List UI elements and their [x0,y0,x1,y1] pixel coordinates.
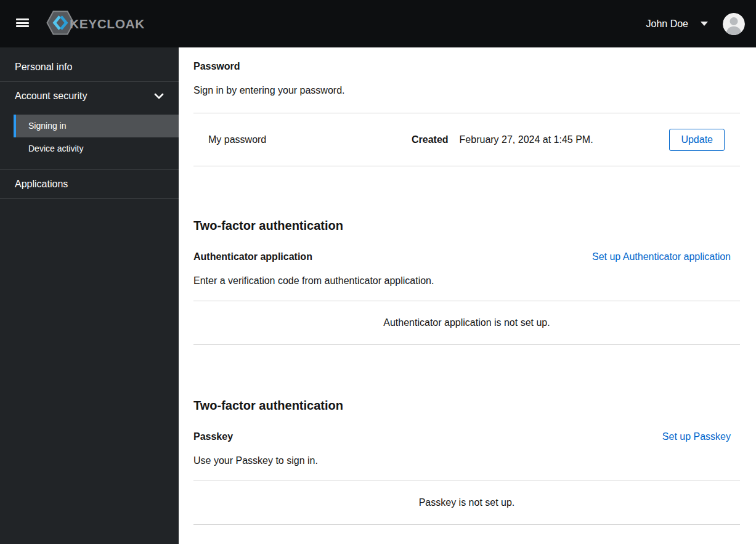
update-button[interactable]: Update [669,129,725,151]
sidebar-subitem-label: Device activity [28,144,83,153]
chevron-down-icon [154,91,164,102]
sidebar-nav-list: Personal info Account security Signing i… [0,53,179,199]
password-row-name: My password [208,134,412,145]
hamburger-icon [16,18,29,27]
main-content: Password Sign in by entering your passwo… [179,47,756,544]
page-body: Personal info Account security Signing i… [0,47,756,544]
sidebar-subitem-label: Signing in [28,121,67,131]
sidebar-subnav: Signing in Device activity [0,110,179,170]
sidebar: Personal info Account security Signing i… [0,47,179,544]
avatar[interactable] [723,13,745,35]
sidebar-item-signing-in[interactable]: Signing in [14,115,179,137]
two-factor-title: Two-factor authentication [193,218,740,233]
password-section: Password Sign in by entering your passwo… [193,60,740,166]
authenticator-empty-state: Authenticator application is not set up. [193,301,740,345]
sidebar-item-applications[interactable]: Applications [0,170,179,199]
authenticator-subhead-row: Authenticator application Set up Authent… [193,250,740,263]
password-row: My password Created February 27, 2024 at… [193,113,740,166]
authenticator-empty-state-text: Authenticator application is not set up. [383,317,550,328]
brand-text: KEYCLOAK [70,17,145,31]
passkey-subhead-row: Passkey Set up Passkey [193,430,740,443]
passkey-subtitle: Passkey [193,430,233,443]
header: KEYCLOAK John Doe [0,0,756,47]
sidebar-item-device-activity[interactable]: Device activity [14,137,179,160]
created-label: Created [412,134,449,145]
user-menu-dropdown[interactable]: John Doe [646,18,709,30]
sidebar-item-label: Applications [15,179,68,189]
caret-down-icon [701,22,708,26]
app-root: KEYCLOAK John Doe Personal info [0,0,756,544]
authenticator-description: Enter a verification code from authentic… [193,274,740,287]
password-section-description: Sign in by entering your password. [193,84,740,97]
authenticator-subtitle: Authenticator application [193,250,312,263]
setup-authenticator-link[interactable]: Set up Authenticator application [592,251,731,262]
user-name: John Doe [646,18,689,30]
sidebar-item-personal-info[interactable]: Personal info [0,53,179,82]
passkey-empty-state: Passkey is not set up. [193,481,740,525]
passkey-empty-state-text: Passkey is not set up. [419,497,515,508]
two-factor-section-authenticator: Two-factor authentication Authenticator … [193,218,740,345]
created-value: February 27, 2024 at 1:45 PM. [460,134,593,145]
keycloak-logo[interactable]: KEYCLOAK [46,10,145,38]
password-section-title: Password [193,60,740,73]
sidebar-item-label: Account security [15,91,87,102]
hamburger-menu-button[interactable] [16,18,29,29]
two-factor-title: Two-factor authentication [193,398,740,413]
sidebar-item-account-security[interactable]: Account security [0,82,179,110]
two-factor-section-passkey: Two-factor authentication Passkey Set up… [193,398,740,525]
setup-passkey-link[interactable]: Set up Passkey [662,431,731,442]
passkey-description: Use your Passkey to sign in. [193,454,740,467]
sidebar-item-label: Personal info [15,62,72,72]
